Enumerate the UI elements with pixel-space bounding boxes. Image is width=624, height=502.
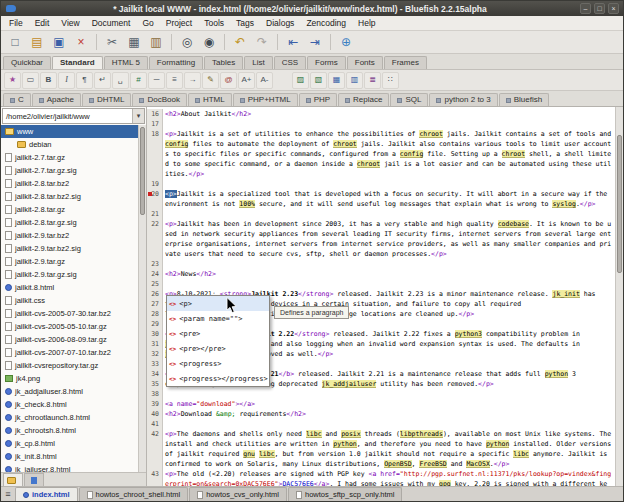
completion-item[interactable]: <><progress></progress>	[167, 371, 269, 386]
non-breaking-space-button[interactable]: ␣	[112, 72, 129, 89]
insert-table-button[interactable]: ▦	[328, 72, 345, 89]
toolbar-tab-fonts[interactable]: Fonts	[347, 56, 383, 69]
lang-tab-php+html[interactable]: PHP+HTML	[233, 93, 298, 106]
editor-scrollbar-thumb[interactable]	[617, 135, 622, 273]
lang-tab-replace[interactable]: Replace	[338, 93, 389, 106]
sidebar-scrollbar[interactable]	[138, 125, 146, 472]
undo-button[interactable]: ↶	[230, 33, 250, 52]
toolbar-tab-quickbar[interactable]: Quickbar	[3, 56, 51, 69]
save-button[interactable]: ▣	[49, 33, 69, 52]
insert-thumbnail-button[interactable]: ▧	[310, 72, 327, 89]
menu-zencoding[interactable]: Zencoding	[300, 16, 352, 31]
list-button[interactable]: ∷	[382, 72, 399, 89]
minimize-button[interactable]: –	[580, 3, 591, 14]
body-button[interactable]: ▭	[22, 72, 39, 89]
tree-item[interactable]: jailkit-cvs-2006-08-09.tar.gz	[1, 333, 138, 346]
center-button[interactable]: ≡	[166, 72, 183, 89]
tree-item[interactable]: jailkit-2.9.tar.gz	[1, 255, 138, 268]
tree-item[interactable]: jailkit-cvs-2005-07-30.tar.bz2	[1, 307, 138, 320]
menu-edit[interactable]: Edit	[29, 16, 56, 31]
cut-button[interactable]: ✂	[102, 33, 122, 52]
tree-item[interactable]: debian	[1, 138, 138, 151]
email-button[interactable]: @	[220, 72, 237, 89]
tree-item[interactable]: jk_chrootlaunch.8.html	[1, 411, 138, 424]
find-button[interactable]: ◎	[177, 33, 197, 52]
tree-item[interactable]: jk_jailuser.8.html	[1, 463, 138, 472]
tree-item[interactable]: jailkit-2.8.tar.gz.sig	[1, 216, 138, 229]
close-document-button[interactable]: ×	[71, 33, 91, 52]
font-size-minus-button[interactable]: A-	[256, 72, 273, 89]
completion-item[interactable]: <><p>	[167, 296, 269, 311]
titlebar[interactable]: * Jailkit local WWW - index.html (/home2…	[1, 1, 623, 16]
completion-item[interactable]: <><progress>	[167, 356, 269, 371]
toolbar-tab-standard[interactable]: Standard	[52, 56, 103, 69]
doc-tab-howtos_chroot_shell.html[interactable]: howtos_chroot_shell.html	[79, 487, 189, 501]
toolbar-tab-forms[interactable]: Forms	[307, 56, 346, 69]
paragraph-button[interactable]: ¶	[76, 72, 93, 89]
doc-tab-howtos_sftp_scp_only.html[interactable]: howtos_sftp_scp_only.html	[288, 487, 403, 501]
frameset-button[interactable]: ▥	[346, 72, 363, 89]
doc-tab-index.html[interactable]: index.html	[15, 487, 78, 501]
toolbar-tab-tables[interactable]: Tables	[204, 56, 243, 69]
quickstart-button[interactable]: ★	[4, 72, 21, 89]
insert-image-button[interactable]: ▨	[292, 72, 309, 89]
tree-item[interactable]: jailkit-cvs-2007-07-10.tar.bz2	[1, 346, 138, 359]
unindent-button[interactable]: ⇤	[283, 33, 303, 52]
tree-item[interactable]: jailkit.css	[1, 294, 138, 307]
tree-item[interactable]: jk_cp.8.html	[1, 437, 138, 450]
open-file-button[interactable]: ▤	[27, 33, 47, 52]
tree-item[interactable]: www	[1, 125, 138, 138]
tree-item[interactable]: jailkit-2.8.tar.bz2.sig	[1, 190, 138, 203]
tree-item[interactable]: jailkit-2.8.tar.bz2	[1, 177, 138, 190]
menu-help[interactable]: Help	[352, 16, 381, 31]
completion-item[interactable]: <><param name="">	[167, 311, 269, 326]
lang-tab-dhtml[interactable]: DHTML	[82, 93, 132, 106]
rule-button[interactable]: ─	[148, 72, 165, 89]
sidebar-tab-filebrowser[interactable]	[3, 473, 23, 486]
sidebar-tab-bookmarks[interactable]	[24, 473, 44, 486]
lang-tab-c[interactable]: C	[3, 93, 31, 106]
font-size-plus-button[interactable]: A+	[238, 72, 255, 89]
tree-item[interactable]: jk_check.8.html	[1, 398, 138, 411]
close-button[interactable]: ×	[608, 3, 619, 14]
chevron-down-icon[interactable]: ▾	[132, 109, 144, 123]
indent-button[interactable]: ⇥	[305, 33, 325, 52]
find-replace-button[interactable]: ◉	[199, 33, 219, 52]
lang-tab-sql[interactable]: SQL	[390, 93, 428, 106]
break-button[interactable]: ↵	[94, 72, 111, 89]
toolbar-tab-css[interactable]: CSS	[274, 56, 306, 69]
tree-item[interactable]: jailkit-2.9.tar.bz2.sig	[1, 242, 138, 255]
tree-item[interactable]: jk_addjailuser.8.html	[1, 385, 138, 398]
comment-button[interactable]: ✎	[202, 72, 219, 89]
tree-item[interactable]: jk_init.8.html	[1, 450, 138, 463]
doc-tab-howtos_cvs_only.html[interactable]: howtos_cvs_only.html	[189, 487, 287, 501]
toolbar-tab-list[interactable]: List	[244, 56, 272, 69]
completion-item[interactable]: <><pre>	[167, 326, 269, 341]
lang-tab-php[interactable]: PHP	[299, 93, 337, 106]
tree-item[interactable]: jailkit-2.9.tar.gz.sig	[1, 268, 138, 281]
bold-button[interactable]: B	[40, 72, 57, 89]
tree-item[interactable]: jailkit-2.7.tar.gz	[1, 151, 138, 164]
tree-item[interactable]: jk4.png	[1, 372, 138, 385]
anchor-button[interactable]: #	[130, 72, 147, 89]
new-document-button[interactable]: □	[5, 33, 25, 52]
tree-item[interactable]: jailkit-2.9.tar.bz2	[1, 229, 138, 242]
menu-project[interactable]: Project	[160, 16, 198, 31]
lang-tab-apache[interactable]: Apache	[32, 93, 81, 106]
editor-scrollbar[interactable]	[615, 107, 623, 486]
tree-item[interactable]: jailkit-cvs-2005-05-10.tar.gz	[1, 320, 138, 333]
maximize-button[interactable]: □	[594, 3, 605, 14]
toolbar-tab-formatting[interactable]: Formatting	[149, 56, 203, 69]
tree-item[interactable]: jailkit.8.html	[1, 281, 138, 294]
menu-document[interactable]: Document	[86, 16, 137, 31]
menu-dialogs[interactable]: Dialogs	[260, 16, 300, 31]
input-form-button[interactable]: ≣	[364, 72, 381, 89]
tree-item[interactable]: jailkit-2.7.tar.gz.sig	[1, 164, 138, 177]
directory-combobox[interactable]: /home2/olivier/jailkit/www ▾	[2, 108, 145, 124]
redo-button[interactable]: ↷	[252, 33, 272, 52]
lang-tab-html[interactable]: HTML	[188, 93, 232, 106]
toolbar-tab-frames[interactable]: Frames	[384, 56, 427, 69]
menu-view[interactable]: View	[55, 16, 85, 31]
toolbar-tab-html-5[interactable]: HTML 5	[104, 56, 148, 69]
lang-tab-python-2-to-3[interactable]: python 2 to 3	[429, 93, 497, 106]
